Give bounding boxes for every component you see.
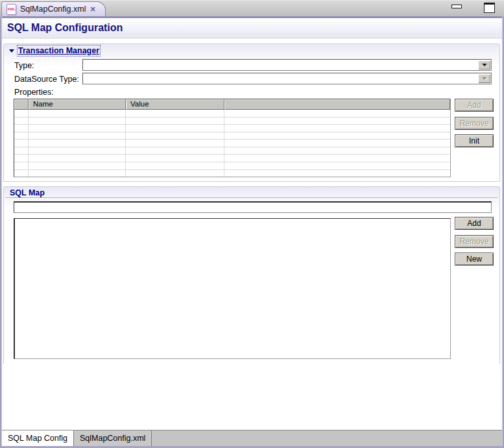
column-header-filler [224,99,450,110]
editor-tab-title: SqlMapConfig.xml [20,5,86,14]
table-cell [29,118,126,125]
table-cell [14,132,29,140]
table-cell [14,118,29,125]
properties-label: Properties: [14,88,53,97]
table-cell [29,140,126,147]
table-row[interactable] [14,147,450,155]
table-cell [224,162,450,169]
table-cell [224,140,450,147]
table-cell [14,140,29,147]
table-cell [224,110,450,117]
table-cell [126,118,224,125]
datasource-type-label: DataSource Type: [14,75,79,84]
properties-remove-button: Remove [455,117,494,130]
table-cell [14,170,29,177]
window-border-left [0,16,2,448]
xml-file-icon: XML [6,4,16,15]
properties-table[interactable]: Name Value [14,99,451,177]
type-label: Type: [14,61,34,70]
table-cell [29,170,126,177]
table-cell [224,118,450,125]
close-icon[interactable]: ✕ [90,6,95,13]
column-header-value[interactable]: Value [126,99,224,110]
table-row[interactable] [14,155,450,162]
properties-table-header: Name Value [14,99,450,110]
table-cell [29,147,126,155]
properties-add-button: Add [455,99,494,112]
table-row[interactable] [14,162,450,170]
table-row[interactable] [14,170,450,177]
table-cell [126,110,224,117]
table-cell [224,147,450,155]
sqlmap-new-button[interactable]: New [455,253,494,266]
sql-map-list[interactable] [14,218,451,359]
table-cell [29,155,126,162]
table-cell [14,147,29,155]
header-separator-line [2,38,502,38]
type-select-dropdown-button[interactable] [478,60,490,69]
table-cell [29,125,126,132]
chevron-down-icon [482,64,487,66]
form-header: SQL Map Configuration [2,18,502,37]
sqlmap-remove-button: Remove [455,235,494,248]
sql-map-title-separator [6,197,498,198]
page-tab-bar: SQL Map Config SqlMapConfig.xml [0,430,504,446]
page-title: SQL Map Configuration [7,22,123,34]
tab-sql-map-config[interactable]: SQL Map Config [1,430,74,446]
table-row[interactable] [14,125,450,132]
sql-map-input[interactable] [14,201,492,213]
editor-tab-sqlmapconfig[interactable]: XML SqlMapConfig.xml ✕ [1,1,106,16]
table-cell [224,170,450,177]
column-header-blank [14,99,29,110]
table-cell [126,155,224,162]
tab-sqlmapconfig-xml[interactable]: SqlMapConfig.xml [74,430,152,446]
table-cell [29,110,126,117]
table-cell [29,132,126,140]
table-cell [224,125,450,132]
chevron-down-icon[interactable] [9,49,14,53]
sqlmap-add-button[interactable]: Add [455,217,494,230]
table-cell [224,132,450,140]
table-cell [126,125,224,132]
table-row[interactable] [14,140,450,147]
sqlmap-config-editor: XML SqlMapConfig.xml ✕ SQL Map Configura… [0,0,504,448]
sql-map-section-title: SQL Map [10,188,45,197]
table-cell [126,162,224,169]
datasource-type-dropdown-button [478,74,490,83]
table-row[interactable] [14,118,450,125]
minimize-icon[interactable] [451,5,462,8]
table-cell [14,155,29,162]
table-cell [126,170,224,177]
table-row[interactable] [14,132,450,140]
table-cell [14,162,29,169]
column-header-name[interactable]: Name [29,99,126,110]
table-cell [126,147,224,155]
properties-table-body [14,110,450,177]
transaction-manager-section-title[interactable]: Transaction Manager [18,46,99,55]
table-cell [14,125,29,132]
table-cell [126,132,224,140]
maximize-icon[interactable] [484,3,495,13]
table-cell [126,140,224,147]
table-cell [224,155,450,162]
type-select[interactable] [82,59,492,71]
table-cell [29,162,126,169]
table-row[interactable] [14,110,450,118]
chevron-down-icon [482,77,487,80]
datasource-type-select [82,73,492,84]
table-cell [14,110,29,117]
properties-init-button[interactable]: Init [455,134,494,147]
